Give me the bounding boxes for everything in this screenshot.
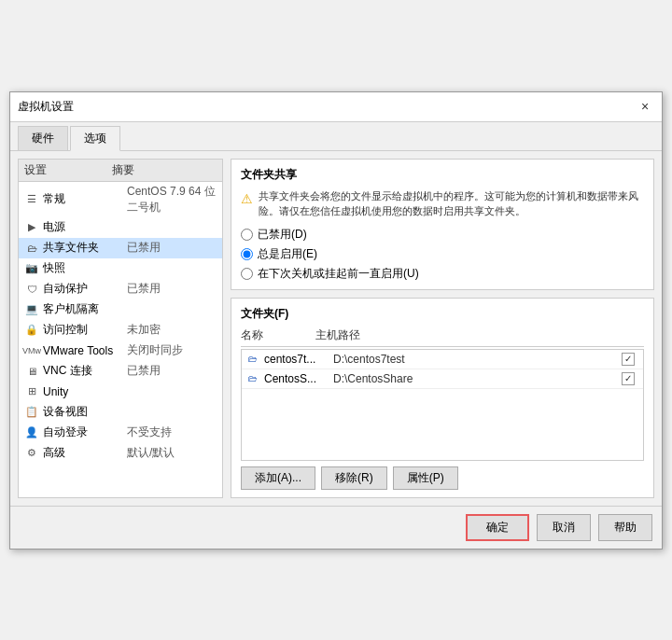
- title-bar: 虚拟机设置 ×: [10, 92, 662, 122]
- tab-bar: 硬件 选项: [10, 122, 662, 151]
- vnc-icon: 🖥: [24, 364, 39, 379]
- file-path-1: D:\CentosShare: [333, 372, 617, 385]
- files-table-header: 名称 主机路径: [241, 327, 644, 347]
- settings-item-vmwaretools[interactable]: VMw VMware Tools 关闭时同步: [19, 341, 222, 361]
- settings-item-autoprotect[interactable]: 🛡 自动保护 已禁用: [19, 279, 222, 299]
- files-row-1[interactable]: 🗁 CentosS... D:\CentosShare ✓: [242, 369, 643, 389]
- shared-folders-icon: 🗁: [24, 241, 39, 256]
- checkbox-1[interactable]: ✓: [622, 372, 635, 385]
- col-name-header: 名称: [241, 327, 315, 343]
- settings-item-power[interactable]: ▶ 电源: [19, 217, 222, 238]
- radio-disabled[interactable]: 已禁用(D): [241, 227, 644, 243]
- power-icon: ▶: [24, 220, 39, 235]
- guestisolation-icon: 💻: [24, 302, 39, 317]
- main-content: 设置 摘要 ☰ 常规 CentOS 7.9 64 位 二号机 ▶ 电源 🗁 共享…: [10, 151, 662, 506]
- general-icon: ☰: [24, 192, 39, 207]
- settings-item-autologin[interactable]: 👤 自动登录 不受支持: [19, 423, 222, 443]
- checkbox-0[interactable]: ✓: [622, 353, 635, 366]
- sharing-title: 文件夹共享: [241, 167, 644, 183]
- settings-item-advanced[interactable]: ⚙ 高级 默认/默认: [19, 443, 222, 464]
- settings-list: ☰ 常规 CentOS 7.9 64 位 二号机 ▶ 电源 🗁 共享文件夹 已禁…: [19, 182, 222, 464]
- accesscontrol-icon: 🔒: [24, 323, 39, 338]
- file-check-1: ✓: [617, 372, 639, 385]
- settings-item-shared-folders[interactable]: 🗁 共享文件夹 已禁用: [19, 238, 222, 258]
- radio-group: 已禁用(D) 总是启用(E) 在下次关机或挂起前一直启用(U): [241, 227, 644, 282]
- tab-options[interactable]: 选项: [70, 126, 120, 151]
- col-check-header: [622, 327, 644, 343]
- settings-item-accesscontrol[interactable]: 🔒 访问控制 未加密: [19, 320, 222, 341]
- cancel-button[interactable]: 取消: [537, 514, 591, 541]
- bottom-bar: 确定 取消 帮助: [10, 506, 662, 549]
- file-icon-1: 🗁: [245, 371, 260, 386]
- warning-icon: ⚠: [241, 189, 253, 219]
- settings-panel: 设置 摘要 ☰ 常规 CentOS 7.9 64 位 二号机 ▶ 电源 🗁 共享…: [18, 159, 223, 498]
- autologin-icon: 👤: [24, 425, 39, 440]
- sharing-section: 文件夹共享 ⚠ 共享文件夹会将您的文件显示给虚拟机中的程序。这可能为您的计算机和…: [231, 159, 654, 290]
- settings-item-guestisolation[interactable]: 💻 客户机隔离: [19, 299, 222, 320]
- settings-item-deviceview[interactable]: 📋 设备视图: [19, 402, 222, 423]
- tab-hardware[interactable]: 硬件: [18, 126, 68, 150]
- settings-item-snapshot[interactable]: 📷 快照: [19, 258, 222, 279]
- window-title: 虚拟机设置: [18, 99, 74, 115]
- close-button[interactable]: ×: [636, 97, 654, 116]
- warning-box: ⚠ 共享文件夹会将您的文件显示给虚拟机中的程序。这可能为您的计算机和数据带来风险…: [241, 188, 644, 219]
- file-icon-0: 🗁: [245, 352, 260, 367]
- settings-item-general[interactable]: ☰ 常规 CentOS 7.9 64 位 二号机: [19, 182, 222, 217]
- radio-always-input[interactable]: [241, 248, 253, 260]
- files-buttons: 添加(A)... 移除(R) 属性(P): [241, 466, 644, 490]
- radio-until-poweroff[interactable]: 在下次关机或挂起前一直启用(U): [241, 266, 644, 282]
- vmwaretools-icon: VMw: [24, 343, 39, 358]
- properties-button[interactable]: 属性(P): [393, 466, 458, 490]
- file-name-0: centos7t...: [264, 353, 333, 366]
- ok-button[interactable]: 确定: [466, 514, 529, 541]
- settings-header: 设置 摘要: [19, 160, 222, 182]
- col-path-header: 主机路径: [315, 327, 622, 343]
- advanced-icon: ⚙: [24, 446, 39, 461]
- help-button[interactable]: 帮助: [598, 514, 652, 541]
- snapshot-icon: 📷: [24, 261, 39, 276]
- right-panel: 文件夹共享 ⚠ 共享文件夹会将您的文件显示给虚拟机中的程序。这可能为您的计算机和…: [231, 159, 654, 498]
- unity-icon: ⊞: [24, 384, 39, 399]
- file-check-0: ✓: [617, 353, 639, 366]
- settings-item-vnc[interactable]: 🖥 VNC 连接 已禁用: [19, 361, 222, 382]
- folders-title: 文件夹(F): [241, 306, 644, 322]
- autoprotect-icon: 🛡: [24, 282, 39, 297]
- folders-section: 文件夹(F) 名称 主机路径 🗁 centos7t... D:\centos7t…: [231, 298, 654, 498]
- add-button[interactable]: 添加(A)...: [241, 466, 315, 490]
- files-row-0[interactable]: 🗁 centos7t... D:\centos7test ✓: [242, 350, 643, 369]
- radio-always[interactable]: 总是启用(E): [241, 246, 644, 262]
- remove-button[interactable]: 移除(R): [321, 466, 387, 490]
- files-table: 🗁 centos7t... D:\centos7test ✓ 🗁 CentosS…: [241, 349, 644, 461]
- file-path-0: D:\centos7test: [333, 353, 617, 366]
- main-window: 虚拟机设置 × 硬件 选项 设置 摘要 ☰ 常规 CentOS 7.9 64 位…: [9, 91, 663, 550]
- file-name-1: CentosS...: [264, 372, 333, 385]
- radio-disabled-input[interactable]: [241, 229, 253, 241]
- settings-item-unity[interactable]: ⊞ Unity: [19, 382, 222, 402]
- warning-text: 共享文件夹会将您的文件显示给虚拟机中的程序。这可能为您的计算机和数据带来风险。请…: [259, 188, 644, 219]
- radio-until-poweroff-input[interactable]: [241, 268, 253, 280]
- deviceview-icon: 📋: [24, 405, 39, 420]
